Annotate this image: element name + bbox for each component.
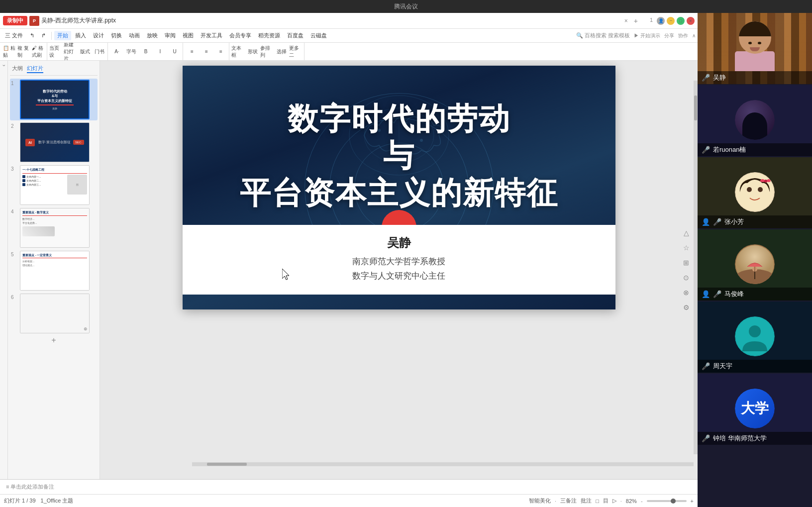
thumb5-title: 重要观点 - 一定背景义 (22, 253, 87, 258)
align-right[interactable]: ≡ (214, 45, 228, 59)
tab-outline[interactable]: 大纲 (12, 65, 23, 73)
thumb4-content: 数字经济... 平台化趋势... (22, 217, 87, 236)
comment-btn[interactable]: 三备注 (560, 497, 577, 505)
search-area[interactable]: 🔍 百格搜索 搜索模板 (576, 32, 630, 39)
tool-icon-timer[interactable]: ⊙ (681, 272, 692, 283)
font-name[interactable]: A· (110, 45, 124, 59)
slide-thumb-6[interactable]: 6 ⊕ (10, 293, 98, 334)
share-btn[interactable]: 分享 (664, 32, 674, 39)
view-grid-btn[interactable]: 目 (603, 497, 609, 505)
extra-btn[interactable]: 更多二 (289, 45, 303, 59)
menu-insert[interactable]: 插入 (72, 31, 89, 40)
expand-btn[interactable]: ∧ (692, 33, 696, 38)
menu-view[interactable]: 视图 (180, 31, 197, 40)
panel-toggle[interactable]: ‹ (0, 61, 8, 479)
menu-vip[interactable]: 会员专享 (226, 31, 254, 40)
account-icon[interactable]: 👤 (657, 17, 665, 25)
align-left[interactable]: ≡ (185, 45, 199, 59)
notes-placeholder: ≡ 单击此处添加备注 (6, 483, 54, 491)
slide-thumb-preview-1[interactable]: 数字时代的劳动&与平台资本主义的新特征 吴静 (20, 80, 90, 119)
menu-file[interactable]: 三 文件 (2, 31, 26, 40)
card4-mic-icon: 🎤 (713, 290, 721, 298)
format-painter-btn[interactable]: 🖌 格式刷 (32, 45, 46, 59)
teal-avatar (735, 316, 775, 356)
slide-thumb-1[interactable]: 1 数字时代的劳动&与平台资本主义的新特征 吴静 (10, 79, 98, 120)
view-present-btn[interactable]: ▷ (612, 498, 616, 504)
close-button[interactable]: × (687, 17, 695, 25)
slide-thumb-preview-6[interactable]: ⊕ (20, 294, 90, 333)
copy-btn[interactable]: 複 复制 (17, 45, 31, 59)
tab-add-icon[interactable]: + (634, 17, 638, 25)
start-present-btn[interactable]: ▶ 开始演示 (634, 32, 660, 39)
minimize-button[interactable]: － (667, 17, 675, 25)
arrange-btn[interactable]: 参排列 (260, 45, 274, 59)
menu-devtools[interactable]: 开发工具 (198, 31, 225, 40)
tool-icon-up[interactable]: △ (681, 227, 692, 238)
select-btn[interactable]: 选择 (275, 45, 289, 59)
underline-btn[interactable]: U (168, 45, 182, 59)
card6-avatar-text: 大学 (741, 399, 769, 418)
view-normal-btn[interactable]: □ (596, 498, 599, 504)
thumb2-sec: SEC· (73, 140, 84, 145)
svg-point-9 (758, 187, 763, 192)
font-size[interactable]: 字号 (124, 45, 138, 59)
scenery-svg (735, 244, 775, 284)
tab-close-icon[interactable]: × (624, 17, 628, 24)
shape-btn[interactable]: 形状 (246, 45, 260, 59)
annotate-btn[interactable]: 批注 (581, 497, 592, 505)
tool-icon-paint[interactable]: ⊗ (681, 287, 692, 298)
slide-content: 数字时代的劳动 与 平台资本主义的新特征 吴静 南京师范 (183, 66, 615, 309)
bold-btn[interactable]: B (139, 45, 153, 59)
participant-card-1: 🎤 吴静 (698, 13, 812, 85)
vertical-scrollbar[interactable] (694, 81, 698, 454)
slide-thumb-3[interactable]: 3 一-十七战略工程 文本内容一... 文本内容二... 文本内容三... (10, 164, 98, 206)
menu-cloud[interactable]: 云磁盘 (307, 31, 330, 40)
menu-animation[interactable]: 动画 (126, 31, 143, 40)
scrollbar-thumb-h (207, 463, 247, 466)
align-center[interactable]: ≡ (200, 45, 213, 59)
slide-thumb-5[interactable]: 5 重要观点 - 一定背景义 分析框架... 理论观点... (10, 250, 98, 292)
slide-thumb-2[interactable]: 2 AI 数字·算法思维创新征 SEC· (10, 121, 98, 163)
collab-btn[interactable]: 协作 (678, 32, 688, 39)
slide-thumb-preview-2[interactable]: AI 数字·算法思维创新征 SEC· (20, 122, 90, 162)
slide-thumb-preview-5[interactable]: 重要观点 - 一定背景义 分析框架... 理论观点... (20, 251, 90, 291)
menu-start[interactable]: 开始 (54, 31, 71, 40)
face-hair (739, 21, 771, 36)
slide-thumb-preview-3[interactable]: 一-十七战略工程 文本内容一... 文本内容二... 文本内容三... 图 (20, 165, 90, 205)
italic-btn[interactable]: I (153, 45, 167, 59)
smart-beautify-btn[interactable]: 智能美化 (529, 497, 551, 505)
card6-name: 钟培 华南师范大学 (713, 434, 767, 443)
menu-design[interactable]: 设计 (90, 31, 107, 40)
textbox-btn[interactable]: 文本框 (231, 45, 245, 59)
tool-icon-crop[interactable]: ⊞ (681, 257, 692, 268)
new-slide-btn[interactable]: 新建幻灯片 (64, 45, 78, 59)
page-setup-btn[interactable]: 当页设 (49, 45, 63, 59)
tab-slides[interactable]: 幻灯片 (27, 65, 43, 73)
app-wrapper: 腾讯会议 录制中 P 吴静-西北师范大学讲座.pptx × + 1 👤 － □ (0, 0, 812, 507)
slide-thumb-preview-4[interactable]: 重要观点 - 数字意义 数字经济... 平台化趋势... (20, 208, 90, 248)
notes-area[interactable]: ≡ 单击此处添加备注 (0, 479, 698, 494)
menu-slideshow[interactable]: 放映 (144, 31, 161, 40)
menu-transition[interactable]: 切换 (108, 31, 125, 40)
thumb6-add-icon: ⊕ (84, 326, 88, 331)
menu-baidu[interactable]: 百度盘 (284, 31, 306, 40)
section-btn[interactable]: 门书 (93, 45, 106, 59)
menu-redo[interactable]: ↱ (38, 31, 49, 40)
slide-thumb-4[interactable]: 4 重要观点 - 数字意义 数字经济... 平台化趋势... (10, 207, 98, 249)
restore-button[interactable]: □ (677, 17, 685, 25)
menu-review[interactable]: 审阅 (162, 31, 179, 40)
tool-icon-star[interactable]: ☆ (681, 242, 692, 253)
zoom-slider[interactable] (647, 500, 687, 502)
add-slide-btn[interactable]: + (10, 335, 98, 345)
thumb2-text: 数字·算法思维创新征 (38, 140, 71, 145)
horizontal-scrollbar[interactable] (192, 462, 694, 466)
menu-undo[interactable]: ↰ (27, 31, 37, 40)
recording-badge: 录制中 (3, 16, 27, 25)
paste-btn[interactable]: 📋 粘贴 (3, 45, 17, 59)
participant-card-4: 👤 🎤 马俊峰 (698, 229, 812, 302)
tool-icon-settings[interactable]: ⚙ (681, 302, 692, 313)
menu-rice[interactable]: 稻壳资源 (255, 31, 283, 40)
ppt-main: ‹ 大纲 幻灯片 1 数字时代的劳动&与平台资本主义的新特征 (0, 61, 698, 479)
layout-btn[interactable]: 版式 (78, 45, 92, 59)
zoom-plus[interactable]: + (691, 498, 694, 504)
